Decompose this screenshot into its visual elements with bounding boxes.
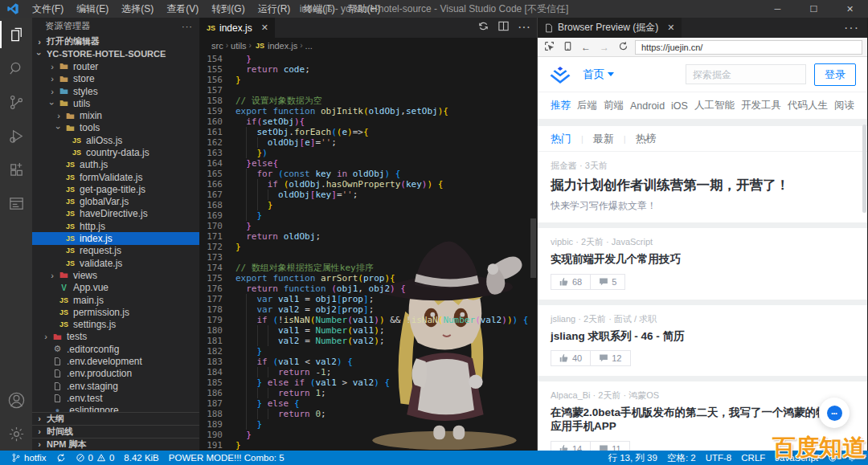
tree-file-validate.js[interactable]: JSvalidate.js: [32, 257, 199, 269]
close-button[interactable]: ✕: [832, 0, 868, 18]
project-root-section[interactable]: › YC-STORE-HOTEL-SOURCE: [32, 47, 199, 60]
article-desc[interactable]: 快来学习写作爆款文章！: [551, 199, 854, 213]
code-line[interactable]: 175export function arrSort(prop){: [200, 273, 537, 283]
inspect-element-icon[interactable]: [542, 41, 555, 54]
code-line[interactable]: 162 oldObj[e]='';: [200, 137, 537, 148]
close-tab-icon[interactable]: ✕: [261, 22, 268, 33]
feed-tab-0[interactable]: 热门: [551, 132, 571, 146]
extensions-icon[interactable]: [0, 153, 32, 186]
menu-item[interactable]: 终端(T): [297, 2, 341, 16]
tree-file-auth.js[interactable]: JSauth.js: [32, 159, 199, 171]
code-line[interactable]: 164 }else{: [200, 158, 537, 169]
code-line[interactable]: 159export function objInitk(oldObj,setOb…: [200, 106, 537, 116]
tree-file-settings.js[interactable]: JSsettings.js: [32, 319, 199, 331]
code-line[interactable]: 180 val1 = Number(val1);: [200, 325, 537, 336]
code-line[interactable]: 178 var val2 = obj2[prop];: [200, 304, 537, 315]
code-line[interactable]: 176 return function (obj1, obj2) {: [200, 283, 537, 294]
feed-tab-2[interactable]: 热榜: [636, 132, 657, 146]
tree-file-.env.staging[interactable]: .env.staging: [32, 380, 199, 392]
nav-item-7[interactable]: 代码人生: [788, 99, 828, 112]
browser-preview-icon[interactable]: [0, 186, 32, 220]
menu-item[interactable]: 查看(V): [160, 2, 205, 16]
problems-item[interactable]: 0 0: [71, 453, 120, 463]
sidebar-section-2[interactable]: ›NPM 脚本: [32, 438, 199, 451]
account-icon[interactable]: [0, 383, 32, 417]
tree-file-index.js[interactable]: JSindex.js: [32, 232, 199, 244]
article-title[interactable]: 掘力计划创作者训练营第一期，开营了！: [551, 177, 854, 194]
article-item-2[interactable]: jsliang · 2天前 · 面试 / 求职jsliang 求职系列 - 46…: [538, 305, 867, 377]
login-button[interactable]: 登录: [814, 63, 856, 86]
tree-file-.env.production[interactable]: .env.production: [32, 368, 199, 380]
breadcrumb-item[interactable]: src: [211, 41, 223, 51]
cursor-position-item[interactable]: 行 13, 列 39: [604, 452, 662, 464]
breadcrumb-item[interactable]: utils: [231, 41, 247, 51]
code-line[interactable]: 166 if (oldObj.hasOwnProperty(key)) {: [200, 179, 537, 190]
code-line[interactable]: 179 if (!isNaN(Number(val1)) && !isNaN(N…: [200, 315, 537, 325]
article-item-0[interactable]: 掘金酱 · 3天前掘力计划创作者训练营第一期，开营了！快来学习写作爆款文章！: [538, 152, 867, 222]
code-line[interactable]: 172}: [200, 242, 537, 252]
code-line[interactable]: 177 var val1 = obj1[prop];: [200, 294, 537, 304]
tree-file-main.js[interactable]: JSmain.js: [32, 294, 199, 306]
tree-file-request.js[interactable]: JSrequest.js: [32, 245, 199, 257]
code-line[interactable]: 163 }): [200, 148, 537, 158]
sidebar-section-1[interactable]: ›时间线: [32, 425, 199, 438]
source-control-icon[interactable]: [0, 85, 32, 119]
code-line[interactable]: 169 }: [200, 210, 537, 221]
file-size-item[interactable]: 8.42 KiB: [119, 453, 163, 463]
code-line[interactable]: 174// 数组对象根据指定属性key排序: [200, 263, 537, 273]
code-lines[interactable]: 154 }155 return code;156}157 158// 设置对象数…: [200, 53, 537, 451]
code-line[interactable]: 157: [200, 85, 537, 96]
menu-item[interactable]: 运行(R): [252, 2, 297, 16]
sidebar-more-actions-icon[interactable]: ···: [182, 22, 193, 31]
article-meta[interactable]: vipbic · 2天前 · JavaScript: [551, 236, 854, 248]
article-title[interactable]: jsliang 求职系列 - 46 - 简历: [551, 330, 854, 344]
feed-tab-1[interactable]: 最新: [593, 132, 614, 146]
nav-item-6[interactable]: 开发工具: [741, 99, 781, 112]
code-line[interactable]: 185 } else if (val1 > val2) {: [200, 377, 537, 388]
preview-more-actions-icon[interactable]: ···: [844, 21, 867, 35]
nav-item-5[interactable]: 人工智能: [694, 99, 735, 112]
open-preview-icon[interactable]: [477, 20, 489, 35]
tree-file-http.js[interactable]: JShttp.js: [32, 220, 199, 232]
menu-item[interactable]: 转到(G): [205, 2, 251, 16]
code-line[interactable]: 156}: [200, 75, 537, 85]
tree-folder-styles[interactable]: ›styles: [32, 85, 199, 97]
like-button[interactable]: 68: [551, 275, 590, 289]
code-line[interactable]: 182 }: [200, 346, 537, 357]
split-editor-icon[interactable]: [497, 20, 510, 35]
code-line[interactable]: 158// 设置对象数据为空: [200, 96, 537, 106]
editor-scrollbar[interactable]: [530, 218, 536, 278]
code-line[interactable]: 171 return oldObj;: [200, 231, 537, 242]
article-title[interactable]: 在鸿蒙2.0beta手机版发布的第二天，我写了一个鸿蒙的物联网应用手机APP: [551, 406, 854, 434]
tree-file-.eslintignore[interactable]: ●.eslintignore: [32, 405, 199, 412]
code-line[interactable]: 161 setObj.forEach((e)=>{: [200, 127, 537, 137]
comment-button[interactable]: 5: [590, 275, 624, 289]
eol-item[interactable]: CRLF: [736, 452, 770, 464]
code-line[interactable]: 184 return -1;: [200, 367, 537, 377]
refresh-icon[interactable]: [616, 41, 629, 54]
juejin-search-input[interactable]: [686, 64, 806, 84]
breadcrumb[interactable]: src›utils›JSindex.js›...: [200, 38, 537, 53]
device-toolbar-icon[interactable]: [561, 41, 574, 54]
url-input[interactable]: [635, 40, 862, 55]
code-area[interactable]: 154 }155 return code;156}157 158// 设置对象数…: [200, 53, 537, 451]
tree-file-haveDirective.js[interactable]: JShaveDirective.js: [32, 208, 199, 220]
tab-index-js[interactable]: JS index.js ✕: [200, 18, 275, 38]
article-meta[interactable]: 掘金酱 · 3天前: [551, 160, 854, 172]
comment-button[interactable]: 12: [590, 351, 629, 365]
nav-home-dropdown[interactable]: 首页: [583, 67, 614, 82]
code-line[interactable]: 155 return code;: [200, 64, 537, 75]
code-line[interactable]: 191}: [200, 440, 537, 451]
nav-item-3[interactable]: Android: [630, 100, 665, 112]
breadcrumb-item[interactable]: ...: [305, 41, 313, 51]
tree-file-.env.test[interactable]: .env.test: [32, 392, 199, 404]
juejin-logo-icon[interactable]: [549, 65, 571, 84]
tree-folder-utils[interactable]: ›utils: [32, 97, 199, 109]
tree-folder-mixin[interactable]: ›mixin: [32, 109, 199, 121]
more-actions-icon[interactable]: ···: [518, 20, 530, 35]
tree-file-.env.development[interactable]: .env.development: [32, 355, 199, 367]
code-line[interactable]: 154 }: [200, 54, 537, 64]
breadcrumb-item[interactable]: index.js: [268, 41, 297, 51]
article-item-1[interactable]: vipbic · 2天前 · JavaScript实现前端开发几个常用技巧685: [538, 228, 867, 300]
code-line[interactable]: 170 }: [200, 221, 537, 231]
